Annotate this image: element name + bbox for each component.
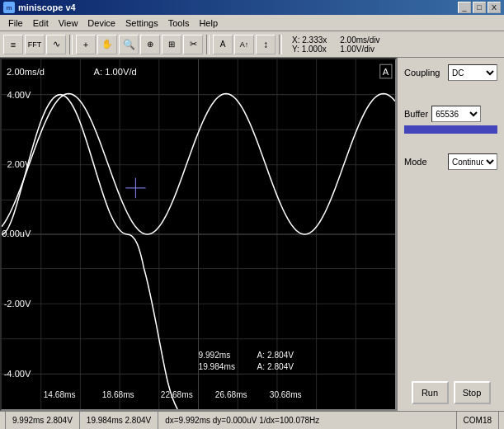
menu-help[interactable]: Help — [194, 16, 223, 30]
buffer-section: Buffer 65536 32768 16384 8192 — [404, 106, 497, 134]
menu-view[interactable]: View — [54, 16, 83, 30]
menu-tools[interactable]: Tools — [163, 16, 195, 30]
run-button[interactable]: Run — [412, 381, 449, 404]
mode-select[interactable]: Continuous Single Auto — [448, 153, 497, 170]
coupling-row: Coupling DC AC GND — [404, 64, 497, 81]
run-stop-controls: Run Stop — [404, 381, 497, 404]
svg-text:30.68ms: 30.68ms — [270, 390, 302, 399]
x-coord-label: X: 2.333x — [292, 35, 327, 45]
tool-arrow-icon[interactable]: ↕ — [256, 35, 276, 54]
maximize-button[interactable]: □ — [473, 2, 486, 13]
menu-settings[interactable]: Settings — [120, 16, 163, 30]
x-coord-value: 2.333x — [302, 35, 327, 45]
svg-text:14.68ms: 14.68ms — [44, 390, 76, 399]
mode-label: Mode — [404, 157, 427, 167]
coupling-select[interactable]: DC AC GND — [448, 64, 497, 81]
app-title: miniscope v4 — [18, 2, 76, 12]
status-cell-3: dx=9.992ms dy=0.000uV 1/dx=100.078Hz — [158, 412, 456, 429]
svg-text:4.00V: 4.00V — [7, 90, 31, 100]
svg-text:-4.00V: -4.00V — [4, 368, 31, 378]
menu-file[interactable]: File — [3, 16, 28, 30]
y-coord-value: 1.000x — [302, 45, 327, 54]
toolbar-separator-2 — [206, 35, 210, 54]
right-panel: Coupling DC AC GND Buffer 65536 32768 16… — [397, 58, 504, 411]
menu-device[interactable]: Device — [82, 16, 120, 30]
status-delta: dx=9.992ms dy=0.000uV 1/dx=100.078Hz — [165, 416, 319, 425]
toolbar-coords: X: 2.333x Y: 1.000x 2.00ms/div 1.00V/div — [292, 35, 380, 54]
tool-fft-icon[interactable]: FFT — [25, 35, 45, 54]
scope-svg: 4.00V 2.00V 0.00uV -2.00V -4.00V 2.00ms/… — [2, 59, 395, 409]
coupling-label: Coupling — [404, 68, 440, 78]
menu-edit[interactable]: Edit — [28, 16, 54, 30]
svg-text:26.68ms: 26.68ms — [215, 390, 247, 399]
svg-text:19.984ms: 19.984ms — [199, 362, 236, 371]
svg-text:22.68ms: 22.68ms — [161, 390, 193, 399]
buffer-select[interactable]: 65536 32768 16384 8192 — [431, 106, 481, 122]
toolbar-separator-1 — [69, 35, 73, 54]
close-button[interactable]: X — [488, 2, 501, 13]
buffer-label: Buffer — [404, 109, 428, 119]
svg-text:9.992ms: 9.992ms — [199, 351, 231, 360]
tool-pan-icon[interactable]: ✋ — [97, 35, 117, 54]
oscilloscope-display[interactable]: 4.00V 2.00V 0.00uV -2.00V -4.00V 2.00ms/… — [0, 58, 397, 411]
status-cell-4: COM18 — [457, 412, 499, 429]
svg-text:A: 1.00V/d: A: 1.00V/d — [94, 67, 137, 77]
toolbar: ≡ FFT ∿ + ✋ 🔍 ⊕ ⊞ ✂ A A↑ ↕ X: 2.333x Y: … — [0, 31, 504, 58]
status-time2: 19.984ms 2.804V — [87, 416, 151, 425]
tool-cursor-icon[interactable]: + — [76, 35, 96, 54]
status-cell-1: 9.992ms 2.804V — [5, 412, 80, 429]
window-controls: _ □ X — [458, 2, 501, 13]
tool-wave-icon[interactable]: ∿ — [46, 35, 66, 54]
tool-a-up-icon[interactable]: A↑ — [234, 35, 254, 54]
status-time1: 9.992ms 2.804V — [12, 416, 73, 425]
svg-text:18.68ms: 18.68ms — [102, 390, 134, 399]
toolbar-separator-3 — [279, 35, 282, 54]
title-bar: m miniscope v4 _ □ X — [0, 0, 504, 15]
y-coord-label: Y: 1.000x — [292, 45, 327, 54]
mode-row: Mode Continuous Single Auto — [404, 153, 497, 170]
buffer-row: Buffer 65536 32768 16384 8192 — [404, 106, 497, 122]
tool-cut-icon[interactable]: ✂ — [183, 35, 203, 54]
tool-zoom-out-icon[interactable]: ⊕ — [140, 35, 160, 54]
status-port: COM18 — [464, 416, 492, 425]
volt-div-value: 1.00V/div — [340, 45, 379, 54]
svg-text:A: 2.804V: A: 2.804V — [257, 362, 294, 371]
stop-button[interactable]: Stop — [454, 381, 491, 404]
buffer-progress-bar — [404, 125, 497, 134]
svg-text:2.00ms/d: 2.00ms/d — [7, 67, 45, 77]
menu-bar: File Edit View Device Settings Tools Hel… — [0, 15, 504, 31]
minimize-button[interactable]: _ — [458, 2, 471, 13]
svg-text:-2.00V: -2.00V — [4, 299, 31, 309]
svg-text:0.00uV: 0.00uV — [2, 229, 31, 238]
tool-zoom-fit-icon[interactable]: ⊞ — [162, 35, 181, 54]
tool-a-icon[interactable]: A — [213, 35, 233, 54]
time-div-value: 2.00ms/div — [340, 35, 379, 45]
tool-zoom-in-icon[interactable]: 🔍 — [119, 35, 139, 54]
main-content: 4.00V 2.00V 0.00uV -2.00V -4.00V 2.00ms/… — [0, 58, 504, 411]
tool-menu-icon[interactable]: ≡ — [3, 35, 23, 54]
status-cell-2: 19.984ms 2.804V — [80, 412, 158, 429]
status-bar: 9.992ms 2.804V 19.984ms 2.804V dx=9.992m… — [0, 411, 504, 429]
svg-text:2.00V: 2.00V — [7, 159, 31, 169]
svg-text:A: 2.804V: A: 2.804V — [257, 351, 294, 360]
svg-text:A: A — [383, 67, 389, 77]
app-icon: m — [3, 2, 15, 13]
